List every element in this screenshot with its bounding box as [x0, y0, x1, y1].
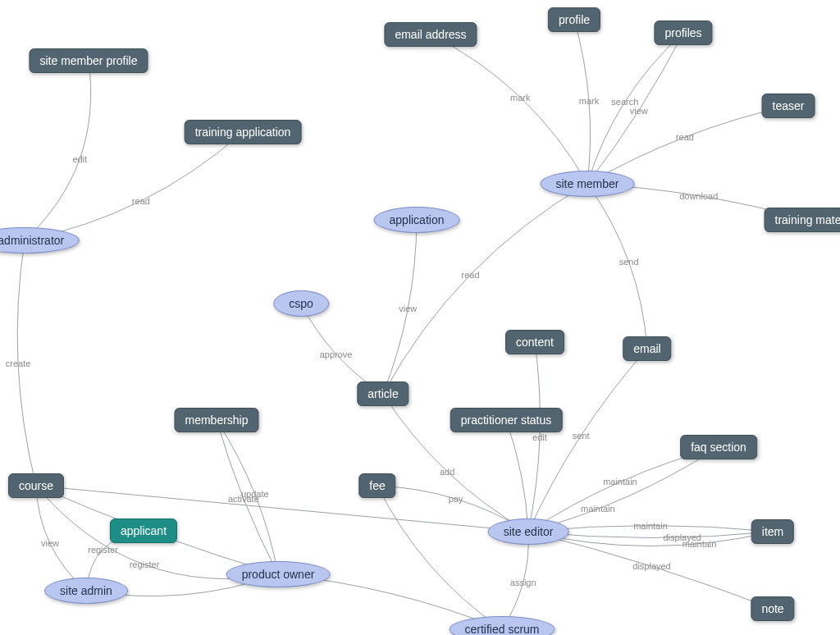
edge-label: register — [88, 545, 118, 555]
edge-label: sent — [573, 431, 590, 441]
node-membership[interactable]: membership — [174, 408, 258, 432]
edge — [506, 420, 528, 532]
edge-label: view — [630, 106, 648, 116]
edge-label: pay — [449, 494, 463, 504]
edge — [502, 532, 528, 629]
edge — [528, 349, 647, 532]
edge — [528, 447, 719, 532]
node-applicant[interactable]: applicant — [110, 519, 177, 543]
node-label: product owner — [242, 568, 315, 581]
node-site_editor[interactable]: site editor — [488, 519, 569, 545]
edge-label: maintain — [682, 539, 717, 549]
node-faq_section[interactable]: faq section — [680, 435, 757, 459]
node-item[interactable]: item — [751, 519, 794, 544]
node-label: course — [19, 479, 53, 492]
node-content[interactable]: content — [505, 330, 564, 354]
graph-canvas[interactable]: editreadcreateviewregisterregisteractiva… — [0, 0, 840, 635]
edge-label: edit — [72, 154, 87, 164]
node-fee[interactable]: fee — [358, 473, 395, 498]
node-cspo[interactable]: cspo — [273, 290, 329, 317]
node-label: profiles — [664, 26, 701, 39]
edge-label: read — [132, 196, 150, 206]
node-email[interactable]: email — [623, 336, 671, 361]
node-label: site member profile — [39, 54, 137, 67]
edge — [377, 486, 502, 629]
node-note[interactable]: note — [751, 596, 794, 621]
node-label: note — [761, 602, 783, 615]
node-email_address[interactable]: email address — [384, 22, 477, 47]
edge-label: view — [399, 304, 417, 313]
edge — [528, 532, 773, 609]
edge — [301, 304, 383, 394]
edge-label: read — [462, 270, 480, 280]
edge-label: add — [440, 467, 454, 477]
node-label: email — [633, 342, 660, 355]
edge — [431, 34, 587, 184]
edge-label: maintain — [581, 504, 615, 514]
node-site_member[interactable]: site member — [540, 171, 634, 197]
node-course[interactable]: course — [8, 473, 64, 498]
edge-label: maintain — [633, 521, 668, 531]
node-label: teaser — [773, 99, 805, 112]
edge-label: activate — [228, 494, 259, 504]
node-training_mat[interactable]: training mate — [765, 208, 840, 232]
edge-label: maintain — [603, 477, 637, 487]
node-practitioner_status[interactable]: practitioner status — [450, 408, 563, 432]
node-label: site member — [555, 177, 619, 190]
edge-label: read — [676, 132, 694, 142]
edge-label: approve — [320, 349, 353, 359]
edge-label: send — [619, 257, 639, 267]
node-label: cspo — [289, 297, 313, 310]
node-training_application[interactable]: training application — [185, 120, 302, 144]
node-label: membership — [185, 413, 248, 427]
edge-label: mark — [510, 93, 530, 103]
edge-label: assign — [510, 578, 536, 587]
node-label: training application — [195, 126, 291, 139]
edge — [528, 342, 540, 532]
node-label: content — [516, 336, 554, 349]
edge-label: displayed — [632, 561, 670, 571]
edge — [587, 184, 647, 349]
edge-label: view — [41, 538, 59, 548]
edge — [587, 106, 788, 184]
node-label: email address — [395, 28, 466, 41]
node-label: fee — [369, 479, 385, 492]
edge-label: mark — [579, 96, 599, 106]
node-label: site admin — [60, 584, 112, 597]
edge — [587, 33, 683, 184]
edge — [25, 132, 243, 240]
node-label: item — [762, 525, 783, 538]
edge-label: create — [6, 359, 31, 368]
node-site_administrator[interactable]: te administrator — [0, 227, 80, 254]
node-teaser[interactable]: teaser — [762, 94, 815, 118]
edge — [217, 420, 278, 574]
node-label: article — [368, 387, 398, 400]
node-label: te administrator — [0, 234, 64, 247]
node-label: training mate — [775, 213, 840, 226]
node-label: application — [390, 213, 445, 226]
edge-label: download — [679, 191, 718, 201]
node-product_owner[interactable]: product owner — [226, 561, 331, 587]
edge — [36, 486, 86, 591]
node-certified_scrum[interactable]: certified scrum — [449, 616, 555, 635]
node-label: faq section — [691, 441, 746, 454]
node-label: profile — [559, 13, 590, 26]
node-profiles[interactable]: profiles — [654, 21, 712, 45]
edge-label: edit — [532, 432, 547, 442]
node-label: applicant — [121, 524, 167, 537]
edge-label: register — [130, 560, 160, 569]
edge — [17, 240, 36, 486]
node-profile[interactable]: profile — [548, 7, 600, 32]
edge-label: update — [241, 489, 269, 499]
edge-label: displayed — [663, 532, 701, 542]
node-article[interactable]: article — [357, 381, 409, 406]
node-application[interactable]: application — [374, 207, 460, 233]
edge — [383, 220, 417, 394]
edge — [574, 20, 591, 184]
edge-label: search — [611, 97, 638, 107]
node-site_member_profile[interactable]: site member profile — [29, 48, 148, 73]
node-label: practitioner status — [461, 413, 552, 427]
node-label: site editor — [504, 525, 554, 538]
edge — [528, 447, 719, 532]
node-site_admin[interactable]: site admin — [44, 578, 128, 604]
